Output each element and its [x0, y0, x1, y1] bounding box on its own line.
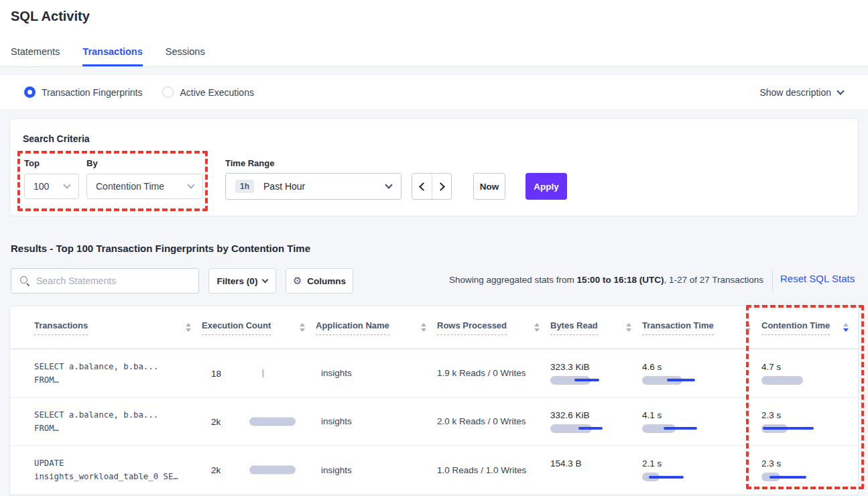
sort-icon[interactable] [300, 323, 305, 332]
sort-icon[interactable] [745, 323, 751, 332]
contention-time-bar [761, 376, 803, 385]
show-description-toggle[interactable]: Show description [759, 87, 843, 98]
transaction-time-stddev-line [649, 476, 684, 479]
execution-count-cell: 18 [202, 349, 316, 397]
query-line-2: FROM… [34, 422, 202, 435]
column-header-contention-time[interactable]: Contention Time [761, 320, 859, 335]
column-header-bytes-read[interactable]: Bytes Read [550, 320, 642, 335]
execution-count-value: 2k [211, 416, 221, 426]
time-prev-button[interactable] [412, 174, 432, 199]
stats-prefix: Showing aggregated stats from [449, 275, 577, 285]
execution-count-bar [262, 369, 264, 377]
transaction-time-cell: 4.1 s [642, 410, 761, 433]
sort-icon-active-desc[interactable] [843, 323, 849, 332]
tab-statements[interactable]: Statements [11, 46, 60, 66]
contention-time-value: 4.7 s [761, 362, 859, 372]
radio-transaction-fingerprints[interactable]: Transaction Fingerprints [24, 86, 142, 98]
bytes-read-value: 154.3 B [550, 458, 642, 469]
filters-button[interactable]: Filters (0) [208, 268, 276, 294]
transaction-fingerprint-link[interactable]: SELECT a.balance, b.ba... FROM… [10, 360, 202, 387]
show-description-label: Show description [759, 87, 831, 98]
page-title: SQL Activity [11, 9, 90, 24]
transaction-fingerprint-link[interactable]: SELECT a.balance, b.ba... FROM… [10, 408, 202, 435]
column-label: Execution Count [202, 320, 271, 335]
top-select[interactable]: 100 [24, 174, 79, 199]
contention-time-cell: 4.7 s [761, 362, 859, 385]
column-header-application-name[interactable]: Application Name [316, 320, 437, 335]
sort-icon[interactable] [626, 323, 631, 332]
by-label: By [86, 158, 98, 168]
time-range-badge: 1h [235, 180, 254, 193]
query-line-1: UPDATE [34, 456, 202, 470]
contention-time-stddev-line [763, 427, 814, 430]
sql-activity-page: SQL Activity Statements Transactions Ses… [0, 0, 868, 496]
contention-time-cell: 2.3 s [761, 410, 859, 433]
column-label: Transaction Time [642, 320, 714, 335]
divider [772, 269, 773, 291]
transaction-time-cell: 4.6 s [642, 362, 761, 385]
tab-sessions[interactable]: Sessions [166, 46, 205, 66]
chevron-down-icon [836, 87, 844, 95]
table-header-row: Transactions Execution Count Application… [10, 306, 858, 349]
contention-time-cell: 2.3 s [761, 458, 859, 481]
columns-button[interactable]: ⚙ Columns [286, 268, 353, 294]
page-header: SQL Activity Statements Transactions Ses… [0, 0, 868, 67]
reset-sql-stats-link[interactable]: Reset SQL Stats [780, 273, 855, 284]
sort-icon[interactable] [534, 323, 540, 332]
radio-unselected-icon[interactable] [162, 86, 174, 98]
table-row: SELECT a.balance, b.ba... FROM… 18 insig… [10, 349, 858, 397]
time-range-label: Time Range [225, 158, 274, 168]
rows-processed-value: 1.9 k Reads / 0 Writes [437, 368, 550, 378]
radio-label: Transaction Fingerprints [42, 87, 142, 98]
sort-icon[interactable] [186, 323, 191, 332]
by-select[interactable]: Contention Time [86, 174, 203, 199]
query-line-1: SELECT a.balance, b.ba... [34, 360, 202, 373]
column-label: Transactions [34, 320, 88, 335]
chevron-right-icon [436, 182, 445, 191]
query-line-2: insights_workload_table_0 SE… [34, 470, 202, 483]
time-next-button[interactable] [432, 174, 451, 199]
tab-transactions[interactable]: Transactions [82, 46, 142, 66]
contention-time-stddev-line [769, 476, 806, 479]
results-heading: Results - Top 100 Transaction Fingerprin… [11, 243, 310, 254]
stats-time-range: 15:00 to 16:18 (UTC) [577, 275, 664, 285]
contention-time-value: 2.3 s [761, 458, 859, 469]
column-header-transaction-time[interactable]: Transaction Time [642, 320, 761, 335]
search-statements-box [11, 268, 199, 294]
top-select-value: 100 [34, 181, 49, 192]
execution-count-cell: 2k [202, 446, 316, 494]
transaction-time-stddev-line [664, 427, 697, 430]
column-label: Bytes Read [550, 320, 598, 335]
bytes-read-cell: 154.3 B [550, 458, 642, 481]
sort-icon[interactable] [421, 323, 426, 332]
application-name-value: insights [316, 465, 437, 475]
column-header-rows-processed[interactable]: Rows Processed [437, 320, 550, 335]
time-range-select[interactable]: 1h Past Hour [225, 173, 401, 200]
bytes-read-value: 332.6 KiB [550, 410, 642, 420]
apply-button[interactable]: Apply [525, 173, 567, 200]
tab-bar: Statements Transactions Sessions [11, 46, 205, 66]
bytes-read-cell: 332.6 KiB [550, 410, 642, 433]
table-row: UPDATE insights_workload_table_0 SE… 2k … [10, 446, 858, 495]
now-button[interactable]: Now [473, 173, 505, 200]
search-statements-input[interactable] [36, 275, 190, 286]
column-header-transactions[interactable]: Transactions [10, 320, 202, 335]
search-criteria-card: Search Criteria Top 100 By Contention Ti… [9, 118, 859, 216]
radio-active-executions[interactable]: Active Executions [162, 86, 254, 98]
transaction-time-stddev-line [667, 379, 695, 381]
table-row: SELECT a.balance, b.ba... FROM… 2k insig… [10, 397, 858, 446]
transaction-fingerprint-link[interactable]: UPDATE insights_workload_table_0 SE… [10, 456, 202, 483]
execution-count-value: 2k [211, 465, 221, 475]
radio-selected-icon[interactable] [24, 86, 36, 98]
application-name-value: insights [316, 416, 437, 426]
column-header-execution-count[interactable]: Execution Count [202, 320, 316, 335]
chevron-left-icon [419, 182, 428, 191]
query-line-2: FROM… [34, 373, 202, 387]
aggregated-stats-text: Showing aggregated stats from 15:00 to 1… [449, 275, 763, 285]
top-label: Top [24, 158, 40, 168]
search-icon [19, 275, 30, 286]
filters-label: Filters (0) [217, 276, 258, 286]
execution-count-bar [249, 417, 296, 426]
rows-processed-value: 1.0 Reads / 1.0 Writes [437, 465, 550, 475]
column-label: Rows Processed [437, 320, 507, 335]
